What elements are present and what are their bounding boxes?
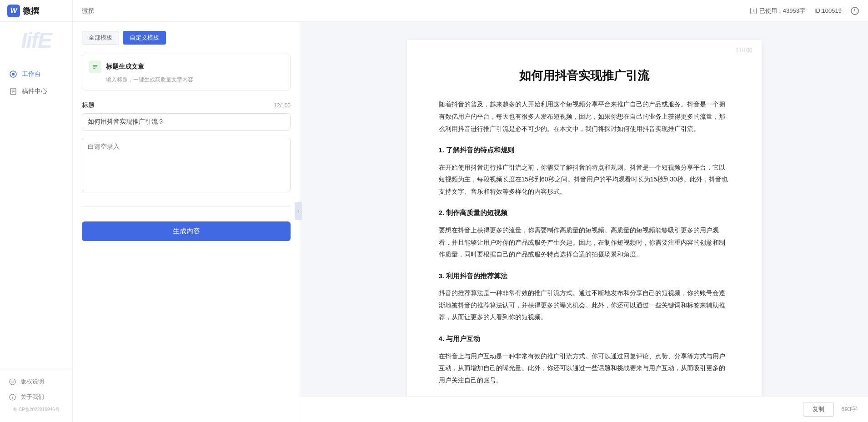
article-heading-2: 2. 制作高质量的短视频 bbox=[439, 206, 730, 220]
sidebar-item-about[interactable]: i 关于我们 bbox=[0, 389, 72, 405]
template-icon bbox=[89, 60, 101, 73]
template-name: 标题生成文章 bbox=[106, 63, 144, 71]
logo-area: W 微撰 bbox=[0, 0, 73, 22]
article-heading-3: 3. 利用抖音的推荐算法 bbox=[439, 270, 730, 283]
sidebar-item-copyright[interactable]: © 版权说明 bbox=[0, 374, 72, 389]
tab-custom-templates[interactable]: 自定义模板 bbox=[123, 31, 166, 45]
page-number: 11/100 bbox=[736, 47, 753, 54]
article-heading-4: 4. 与用户互动 bbox=[439, 332, 730, 346]
article-body: 随着抖音的普及，越来越多的人开始利用这个短视频分享平台来推广自己的产品或服务。抖… bbox=[439, 98, 730, 396]
about-label: 关于我们 bbox=[20, 393, 44, 401]
article-title: 如何用抖音实现推广引流 bbox=[439, 67, 730, 84]
user-id: ID:100519 bbox=[814, 7, 842, 14]
logo-text: 微撰 bbox=[23, 5, 39, 16]
workbench-label: 工作台 bbox=[22, 70, 41, 78]
article-para-1: 在开始使用抖音进行推广引流之前，你需要了解抖音的特点和规则。抖音是一个短视频分享… bbox=[439, 161, 730, 198]
copyright-icon: © bbox=[9, 378, 16, 385]
topbar: W 微撰 微撰 i 已使用：43953字 ID:100519 bbox=[0, 0, 868, 22]
article-para-0: 随着抖音的普及，越来越多的人开始利用这个短视频分享平台来推广自己的产品或服务。抖… bbox=[439, 98, 730, 135]
usage-info: i 已使用：43953字 bbox=[750, 7, 805, 15]
char-count: 12/100 bbox=[274, 102, 291, 109]
svg-text:i: i bbox=[12, 396, 13, 400]
drafts-label: 稿件中心 bbox=[22, 87, 47, 95]
template-desc: 输入标题，一键生成高质量文章内容 bbox=[106, 76, 284, 84]
divider bbox=[82, 206, 291, 207]
generate-button[interactable]: 生成内容 bbox=[82, 221, 291, 241]
info-icon: i bbox=[750, 8, 757, 14]
workbench-icon bbox=[9, 70, 17, 78]
title-input[interactable] bbox=[82, 113, 291, 131]
left-panel: 全部模板 自定义模板 标题生成文章 输入标题，一键生成高质量文章内容 bbox=[73, 22, 300, 422]
drafts-icon bbox=[9, 87, 17, 95]
right-panel: 11/100 如何用抖音实现推广引流 随着抖音的普及，越来越多的人开始利用这个短… bbox=[300, 22, 868, 422]
article-para-3: 抖音的推荐算法是一种非常有效的推广引流方式。通过不断地发布和分享自己的短视频，你… bbox=[439, 287, 730, 323]
main-content: 全部模板 自定义模板 标题生成文章 输入标题，一键生成高质量文章内容 bbox=[73, 22, 868, 422]
form-label-row: 标题 12/100 bbox=[82, 101, 291, 110]
word-count: 693字 bbox=[841, 405, 857, 413]
icp-text: 粤ICP备2022016946号 bbox=[0, 405, 72, 417]
sidebar-item-drafts[interactable]: 稿件中心 bbox=[0, 83, 72, 100]
copy-button[interactable]: 复制 bbox=[803, 402, 834, 417]
article-para-2: 要想在抖音上获得更多的流量，你需要制作高质量的短视频。高质量的短视频能够吸引更多… bbox=[439, 224, 730, 261]
sidebar-item-workbench[interactable]: 工作台 bbox=[0, 65, 72, 83]
logo-icon: W bbox=[7, 5, 20, 17]
article-footer: 复制 693字 bbox=[300, 396, 868, 422]
topbar-right: i 已使用：43953字 ID:100519 bbox=[750, 7, 859, 15]
article-para-4: 在抖音上与用户互动是一种非常有效的推广引流方式。你可以通过回复评论、点赞、分享等… bbox=[439, 350, 730, 387]
article-heading-1: 1. 了解抖音的特点和规则 bbox=[439, 144, 730, 157]
about-icon: i bbox=[9, 394, 16, 401]
form-label: 标题 bbox=[82, 101, 95, 110]
tab-all-templates[interactable]: 全部模板 bbox=[82, 31, 119, 45]
sidebar: IifE 工作台 稿件中心 bbox=[0, 0, 73, 422]
nav-items: 工作台 稿件中心 bbox=[0, 58, 72, 368]
template-card-header: 标题生成文章 bbox=[89, 60, 284, 73]
template-card[interactable]: 标题生成文章 输入标题，一键生成高质量文章内容 bbox=[82, 54, 291, 90]
content-textarea[interactable] bbox=[82, 138, 291, 192]
logout-icon[interactable] bbox=[851, 7, 859, 15]
copyright-label: 版权说明 bbox=[20, 377, 44, 386]
topbar-title: 微撰 bbox=[82, 7, 95, 15]
svg-point-1 bbox=[12, 73, 15, 75]
filter-tabs: 全部模板 自定义模板 bbox=[82, 31, 291, 45]
sidebar-decorative-text: IifE bbox=[21, 28, 51, 53]
sidebar-decorative-area: IifE bbox=[7, 26, 65, 54]
article-container: 11/100 如何用抖音实现推广引流 随着抖音的普及，越来越多的人开始利用这个短… bbox=[300, 22, 868, 396]
usage-text: 已使用：43953字 bbox=[759, 7, 805, 15]
article-page: 11/100 如何用抖音实现推广引流 随着抖音的普及，越来越多的人开始利用这个短… bbox=[407, 40, 762, 396]
sidebar-bottom: © 版权说明 i 关于我们 粤ICP备2022016946号 bbox=[0, 368, 72, 422]
article-heading-5: 5. 利用抖音的广告功能 bbox=[439, 395, 730, 396]
collapse-arrow[interactable]: ‹ bbox=[295, 202, 302, 220]
form-section: 标题 12/100 bbox=[82, 101, 291, 199]
svg-text:©: © bbox=[11, 380, 14, 384]
